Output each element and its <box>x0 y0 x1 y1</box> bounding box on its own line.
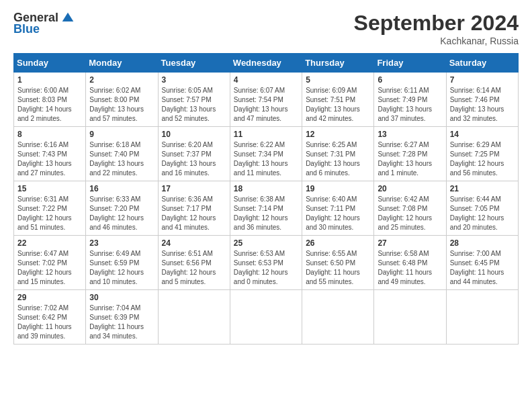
day-info: Sunrise: 6:53 AM Sunset: 6:53 PM Dayligh… <box>234 249 298 287</box>
day-number: 6 <box>378 75 442 85</box>
day-number: 17 <box>162 184 226 193</box>
day-info: Sunrise: 6:00 AM Sunset: 8:03 PM Dayligh… <box>17 86 82 124</box>
month-title: September 2024 <box>354 11 519 36</box>
logo: General Blue <box>13 11 75 36</box>
day-info: Sunrise: 6:11 AM Sunset: 7:49 PM Dayligh… <box>378 86 442 124</box>
day-info: Sunrise: 6:09 AM Sunset: 7:51 PM Dayligh… <box>306 86 370 124</box>
week-row-4: 22Sunrise: 6:47 AM Sunset: 7:02 PM Dayli… <box>14 236 519 290</box>
day-cell: 16Sunrise: 6:33 AM Sunset: 7:20 PM Dayli… <box>86 181 158 236</box>
day-cell: 29Sunrise: 7:02 AM Sunset: 6:42 PM Dayli… <box>14 290 86 345</box>
svg-marker-0 <box>62 12 74 21</box>
day-info: Sunrise: 7:00 AM Sunset: 6:45 PM Dayligh… <box>450 249 515 287</box>
day-info: Sunrise: 6:07 AM Sunset: 7:54 PM Dayligh… <box>234 86 298 124</box>
day-number: 26 <box>306 238 370 248</box>
day-info: Sunrise: 6:42 AM Sunset: 7:08 PM Dayligh… <box>378 195 442 232</box>
day-cell: 17Sunrise: 6:36 AM Sunset: 7:17 PM Dayli… <box>158 181 230 236</box>
day-number: 2 <box>89 75 154 85</box>
day-number: 21 <box>450 184 515 193</box>
day-info: Sunrise: 6:02 AM Sunset: 8:00 PM Dayligh… <box>89 86 154 124</box>
day-cell: 15Sunrise: 6:31 AM Sunset: 7:22 PM Dayli… <box>14 181 86 236</box>
day-cell: 19Sunrise: 6:40 AM Sunset: 7:11 PM Dayli… <box>302 181 374 236</box>
day-cell: 22Sunrise: 6:47 AM Sunset: 7:02 PM Dayli… <box>14 236 86 290</box>
day-cell: 20Sunrise: 6:42 AM Sunset: 7:08 PM Dayli… <box>374 181 446 236</box>
day-number: 24 <box>162 238 226 248</box>
day-cell: 27Sunrise: 6:58 AM Sunset: 6:48 PM Dayli… <box>374 236 446 290</box>
day-cell <box>158 290 230 345</box>
day-cell: 2Sunrise: 6:02 AM Sunset: 8:00 PM Daylig… <box>86 73 158 127</box>
day-number: 11 <box>234 130 298 139</box>
header: General Blue September 2024 Kachkanar, R… <box>13 11 519 46</box>
day-cell <box>374 290 446 345</box>
day-info: Sunrise: 6:51 AM Sunset: 6:56 PM Dayligh… <box>162 249 226 287</box>
weekday-header-sunday: Sunday <box>14 54 86 73</box>
weekday-header-wednesday: Wednesday <box>230 54 302 73</box>
day-info: Sunrise: 6:25 AM Sunset: 7:31 PM Dayligh… <box>306 140 370 178</box>
day-info: Sunrise: 6:49 AM Sunset: 6:59 PM Dayligh… <box>89 249 154 287</box>
day-number: 25 <box>234 238 298 248</box>
day-cell: 30Sunrise: 7:04 AM Sunset: 6:39 PM Dayli… <box>86 290 158 345</box>
day-info: Sunrise: 6:14 AM Sunset: 7:46 PM Dayligh… <box>450 86 515 124</box>
day-cell: 26Sunrise: 6:55 AM Sunset: 6:50 PM Dayli… <box>302 236 374 290</box>
day-info: Sunrise: 6:44 AM Sunset: 7:05 PM Dayligh… <box>450 195 515 232</box>
day-number: 10 <box>162 130 226 139</box>
weekday-header-tuesday: Tuesday <box>158 54 230 73</box>
weekday-header-row: SundayMondayTuesdayWednesdayThursdayFrid… <box>14 54 519 73</box>
day-cell: 18Sunrise: 6:38 AM Sunset: 7:14 PM Dayli… <box>230 181 302 236</box>
logo-blue-text: Blue <box>13 22 40 36</box>
day-number: 8 <box>17 130 82 139</box>
day-number: 3 <box>162 75 226 85</box>
week-row-1: 1Sunrise: 6:00 AM Sunset: 8:03 PM Daylig… <box>14 73 519 127</box>
day-info: Sunrise: 6:36 AM Sunset: 7:17 PM Dayligh… <box>162 195 226 232</box>
logo-icon <box>61 11 75 25</box>
day-cell: 10Sunrise: 6:20 AM Sunset: 7:37 PM Dayli… <box>158 127 230 181</box>
day-cell: 6Sunrise: 6:11 AM Sunset: 7:49 PM Daylig… <box>374 73 446 127</box>
day-info: Sunrise: 6:40 AM Sunset: 7:11 PM Dayligh… <box>306 195 370 232</box>
location: Kachkanar, Russia <box>354 36 519 46</box>
day-cell: 9Sunrise: 6:18 AM Sunset: 7:40 PM Daylig… <box>86 127 158 181</box>
day-cell: 8Sunrise: 6:16 AM Sunset: 7:43 PM Daylig… <box>14 127 86 181</box>
weekday-header-thursday: Thursday <box>302 54 374 73</box>
day-number: 22 <box>17 238 82 248</box>
day-info: Sunrise: 6:18 AM Sunset: 7:40 PM Dayligh… <box>89 140 154 178</box>
day-cell: 25Sunrise: 6:53 AM Sunset: 6:53 PM Dayli… <box>230 236 302 290</box>
day-cell: 1Sunrise: 6:00 AM Sunset: 8:03 PM Daylig… <box>14 73 86 127</box>
day-cell <box>446 290 518 345</box>
day-number: 19 <box>306 184 370 193</box>
day-number: 9 <box>89 130 154 139</box>
weekday-header-friday: Friday <box>374 54 446 73</box>
day-number: 14 <box>450 130 515 139</box>
weekday-header-monday: Monday <box>86 54 158 73</box>
day-cell: 13Sunrise: 6:27 AM Sunset: 7:28 PM Dayli… <box>374 127 446 181</box>
day-info: Sunrise: 7:02 AM Sunset: 6:42 PM Dayligh… <box>17 304 82 341</box>
day-cell: 3Sunrise: 6:05 AM Sunset: 7:57 PM Daylig… <box>158 73 230 127</box>
day-number: 30 <box>89 293 154 302</box>
title-area: September 2024 Kachkanar, Russia <box>354 11 519 46</box>
day-cell <box>302 290 374 345</box>
day-cell: 5Sunrise: 6:09 AM Sunset: 7:51 PM Daylig… <box>302 73 374 127</box>
day-number: 1 <box>17 75 82 85</box>
week-row-3: 15Sunrise: 6:31 AM Sunset: 7:22 PM Dayli… <box>14 181 519 236</box>
day-info: Sunrise: 6:16 AM Sunset: 7:43 PM Dayligh… <box>17 140 82 178</box>
day-info: Sunrise: 6:38 AM Sunset: 7:14 PM Dayligh… <box>234 195 298 232</box>
day-cell: 24Sunrise: 6:51 AM Sunset: 6:56 PM Dayli… <box>158 236 230 290</box>
day-cell <box>230 290 302 345</box>
day-cell: 11Sunrise: 6:22 AM Sunset: 7:34 PM Dayli… <box>230 127 302 181</box>
day-number: 20 <box>378 184 442 193</box>
day-info: Sunrise: 6:55 AM Sunset: 6:50 PM Dayligh… <box>306 249 370 287</box>
day-number: 4 <box>234 75 298 85</box>
day-cell: 28Sunrise: 7:00 AM Sunset: 6:45 PM Dayli… <box>446 236 518 290</box>
day-info: Sunrise: 6:29 AM Sunset: 7:25 PM Dayligh… <box>450 140 515 178</box>
calendar-table: SundayMondayTuesdayWednesdayThursdayFrid… <box>13 53 519 345</box>
day-info: Sunrise: 7:04 AM Sunset: 6:39 PM Dayligh… <box>89 304 154 341</box>
day-info: Sunrise: 6:27 AM Sunset: 7:28 PM Dayligh… <box>378 140 442 178</box>
day-info: Sunrise: 6:58 AM Sunset: 6:48 PM Dayligh… <box>378 249 442 287</box>
day-number: 15 <box>17 184 82 193</box>
weekday-header-saturday: Saturday <box>446 54 518 73</box>
day-number: 7 <box>450 75 515 85</box>
day-number: 16 <box>89 184 154 193</box>
day-number: 23 <box>89 238 154 248</box>
day-info: Sunrise: 6:20 AM Sunset: 7:37 PM Dayligh… <box>162 140 226 178</box>
day-info: Sunrise: 6:33 AM Sunset: 7:20 PM Dayligh… <box>89 195 154 232</box>
day-number: 5 <box>306 75 370 85</box>
day-cell: 23Sunrise: 6:49 AM Sunset: 6:59 PM Dayli… <box>86 236 158 290</box>
